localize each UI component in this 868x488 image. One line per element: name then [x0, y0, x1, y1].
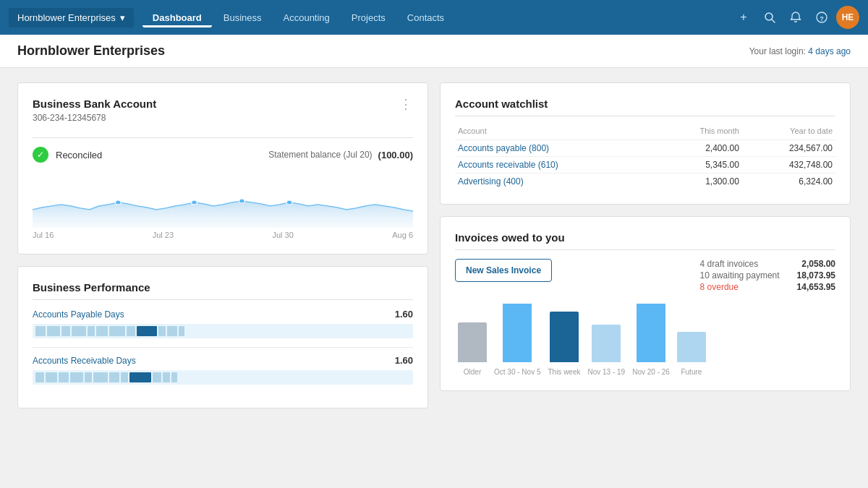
performance-title: Business Performance — [33, 281, 413, 294]
perf-row-payable: Accounts Payable Days 1.60 — [33, 309, 413, 338]
nav-link-dashboard[interactable]: Dashboard — [142, 8, 212, 27]
svg-point-6 — [239, 199, 244, 203]
add-icon[interactable]: + — [732, 6, 755, 29]
watchlist-month-0: 2,400.00 — [656, 140, 741, 157]
inv-stat-overdue: 8 overdue 14,653.95 — [700, 282, 835, 292]
watchlist-col-account: Account — [455, 125, 656, 140]
nav-link-contacts[interactable]: Contacts — [397, 8, 454, 27]
nav-link-business[interactable]: Business — [213, 8, 272, 27]
bank-account-title: Business Bank Account — [33, 98, 156, 110]
nav-link-accounting[interactable]: Accounting — [273, 8, 340, 27]
bell-icon[interactable] — [784, 6, 807, 29]
perf-row-receivable: Accounts Receivable Days 1.60 — [33, 355, 413, 385]
left-column: Business Bank Account 306-234-12345678 ⋮… — [17, 82, 428, 408]
table-row: Accounts receivable (610) 5,345.00 432,7… — [455, 157, 835, 174]
statement-value: (100.00) — [378, 150, 413, 160]
bar-label: Nov 13 - 19 — [587, 368, 625, 376]
statement-info: Statement balance (Jul 20) (100.00) — [268, 150, 413, 160]
bar — [637, 304, 665, 362]
perf-value-receivable: 1.60 — [395, 355, 413, 366]
bar-label: This week — [548, 368, 580, 376]
bar-label: Older — [464, 368, 481, 376]
inv-stat-value-overdue: 14,653.95 — [797, 282, 835, 292]
bar-group: Nov 20 - 26 — [632, 304, 670, 376]
user-avatar[interactable]: HE — [836, 6, 859, 29]
right-column: Account watchlist Account This month Yea… — [440, 82, 851, 408]
page-header: Hornblower Enterprises Your last login: … — [0, 35, 868, 68]
nav-icons: + ? HE — [732, 6, 859, 29]
svg-line-1 — [772, 20, 775, 22]
bar — [458, 322, 487, 362]
bar — [503, 304, 532, 362]
watchlist-ytd-1: 432,748.00 — [742, 157, 835, 174]
bar-label: Oct 30 - Nov 5 — [494, 368, 540, 376]
page-title: Hornblower Enterprises — [17, 43, 165, 59]
bar-label: Nov 20 - 26 — [632, 368, 670, 376]
watchlist-account-2[interactable]: Advertising (400) — [455, 174, 656, 190]
watchlist-col-ytd: Year to date — [742, 125, 835, 140]
invoice-bar-chart: OlderOct 30 - Nov 5This weekNov 13 - 19N… — [455, 304, 835, 376]
reconciled-label: Reconciled — [56, 150, 102, 160]
bar-group: Nov 13 - 19 — [587, 325, 625, 376]
svg-point-7 — [286, 200, 292, 205]
invoices-title: Invoices owed to you — [455, 231, 835, 244]
inv-stat-draft: 4 draft invoices 2,058.00 — [700, 259, 835, 269]
nav-brand[interactable]: Hornblower Enterprises ▾ — [9, 8, 134, 27]
watchlist-account-0[interactable]: Accounts payable (800) — [455, 140, 656, 157]
perf-label-payable[interactable]: Accounts Payable Days — [33, 309, 124, 320]
bar — [677, 332, 706, 362]
invoices-card: Invoices owed to you New Sales Invoice 4… — [440, 216, 851, 391]
watchlist-ytd-2: 6,324.00 — [742, 174, 835, 190]
watchlist-ytd-0: 234,567.00 — [742, 140, 835, 157]
inv-stat-value-awaiting: 18,073.95 — [797, 270, 835, 281]
watchlist-account-1[interactable]: Accounts receivable (610) — [455, 157, 656, 174]
bank-sparkline — [33, 170, 413, 228]
perf-bar-receivable — [33, 370, 413, 385]
new-invoice-button[interactable]: New Sales Invoice — [455, 259, 552, 282]
bank-chart-labels: Jul 16 Jul 23 Jul 30 Aug 6 — [33, 231, 413, 239]
watchlist-title: Account watchlist — [455, 98, 835, 110]
bar-group: Older — [458, 322, 487, 376]
bar-group: This week — [548, 312, 580, 376]
inv-stat-label-draft: 4 draft invoices — [700, 259, 759, 269]
nav-brand-caret: ▾ — [120, 12, 125, 23]
bank-account-number: 306-234-12345678 — [33, 113, 156, 123]
table-row: Accounts payable (800) 2,400.00 234,567.… — [455, 140, 835, 157]
last-login: Your last login: 4 days ago — [749, 46, 851, 56]
bar — [592, 325, 621, 362]
invoice-stats: 4 draft invoices 2,058.00 10 awaiting pa… — [700, 259, 835, 292]
svg-point-5 — [192, 200, 197, 205]
perf-bar-payable — [33, 324, 413, 338]
bank-account-card: Business Bank Account 306-234-12345678 ⋮… — [17, 82, 428, 254]
nav-brand-label: Hornblower Enterprises — [17, 12, 116, 23]
navbar: Hornblower Enterprises ▾ Dashboard Busin… — [0, 0, 868, 35]
help-icon[interactable]: ? — [810, 6, 833, 29]
inv-stat-awaiting: 10 awaiting payment 18,073.95 — [700, 270, 835, 281]
main-content: Business Bank Account 306-234-12345678 ⋮… — [0, 68, 868, 423]
watchlist-month-1: 5,345.00 — [656, 157, 741, 174]
bar-group: Oct 30 - Nov 5 — [494, 304, 540, 376]
nav-links: Dashboard Business Accounting Projects C… — [142, 8, 454, 27]
nav-link-projects[interactable]: Projects — [341, 8, 396, 27]
inv-stat-label-awaiting: 10 awaiting payment — [700, 270, 780, 281]
watchlist-card: Account watchlist Account This month Yea… — [440, 82, 851, 205]
bar-label: Future — [681, 368, 702, 376]
bank-menu-icon[interactable]: ⋮ — [399, 98, 413, 111]
inv-stat-label-overdue: 8 overdue — [700, 282, 739, 292]
last-login-link[interactable]: 4 days ago — [808, 46, 851, 56]
perf-label-receivable[interactable]: Accounts Receivable Days — [33, 356, 136, 366]
statement-label: Statement balance (Jul 20) — [268, 150, 372, 160]
table-row: Advertising (400) 1,300.00 6,324.00 — [455, 174, 835, 190]
business-performance-card: Business Performance Accounts Payable Da… — [17, 266, 428, 408]
watchlist-table: Account This month Year to date Accounts… — [455, 125, 835, 189]
bar-group: Future — [677, 332, 706, 376]
search-icon[interactable] — [758, 6, 781, 29]
watchlist-col-month: This month — [656, 125, 741, 140]
perf-value-payable: 1.60 — [395, 309, 413, 320]
inv-stat-value-draft: 2,058.00 — [801, 259, 835, 269]
bar — [550, 312, 579, 362]
reconciled-badge: ✓ — [33, 147, 48, 163]
invoice-summary: New Sales Invoice 4 draft invoices 2,058… — [455, 259, 835, 292]
svg-text:?: ? — [820, 15, 824, 22]
watchlist-month-2: 1,300.00 — [656, 174, 741, 190]
